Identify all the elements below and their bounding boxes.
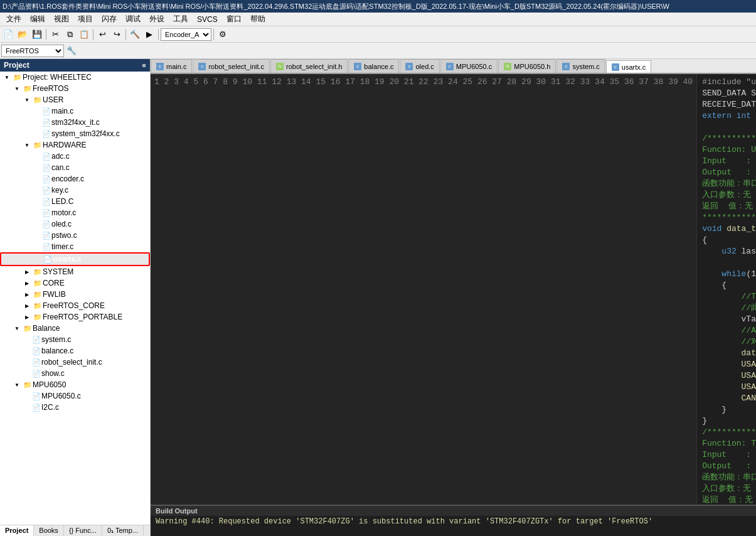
- expand-icon[interactable]: ▼: [13, 380, 21, 389]
- tree-item-timer-c[interactable]: 📄timer.c: [0, 241, 150, 252]
- tab-oled-c[interactable]: coled.c: [400, 59, 439, 73]
- tree-item-system-stm32[interactable]: 📄system_stm32f4xx.c: [0, 128, 150, 139]
- expand-icon[interactable]: ▼: [13, 84, 21, 93]
- copy-btn[interactable]: ⧉: [63, 28, 77, 41]
- toolbar1: 📄 📂 💾 ✂ ⧉ 📋 ↩ ↪ 🔨 ▶ Encoder_A ⚙: [0, 26, 756, 43]
- tree-item-icon: 📄: [41, 106, 51, 116]
- tab-books[interactable]: Books: [34, 525, 64, 536]
- tab-MPU6050-c[interactable]: cMPU6050.c: [440, 59, 498, 73]
- save-btn[interactable]: 💾: [30, 28, 44, 41]
- tree-item-user[interactable]: ▼📁USER: [0, 94, 150, 105]
- tree-item-balance-c[interactable]: 📄balance.c: [0, 345, 150, 356]
- tree-item-icon: 📄: [43, 254, 53, 264]
- encoder-combo[interactable]: Encoder_A: [161, 28, 211, 41]
- menu-帮助[interactable]: 帮助: [247, 13, 269, 26]
- tree-item-i2c-c[interactable]: 📄I2C.c: [0, 402, 150, 413]
- menu-文件[interactable]: 文件: [3, 13, 25, 26]
- tree-item-oled-c[interactable]: 📄oled.c: [0, 218, 150, 230]
- new-btn[interactable]: 📄: [1, 28, 15, 41]
- tree-item-label: FreeRTOS: [33, 84, 150, 93]
- tree-item-hardware[interactable]: ▼📁HARDWARE: [0, 139, 150, 151]
- expand-icon[interactable]: ▶: [23, 290, 31, 299]
- tab-project[interactable]: Project: [0, 525, 34, 536]
- tree-item-pstwo-c[interactable]: 📄pstwo.c: [0, 230, 150, 241]
- tree-item-label: main.c: [51, 107, 150, 115]
- tree-item-freeRTOS-core[interactable]: ▶📁FreeRTOS_CORE: [0, 300, 150, 311]
- tree-item-label: adc.c: [51, 152, 150, 161]
- tab-usartx-c[interactable]: cusartx.c: [606, 60, 652, 74]
- tab-system-c[interactable]: csystem.c: [556, 59, 605, 73]
- tree-item-fwlib[interactable]: ▶📁FWLIB: [0, 289, 150, 300]
- tab-MPU6050-h[interactable]: hMPU6050.h: [498, 59, 556, 73]
- tree-item-freeRTOS[interactable]: ▼📁FreeRTOS: [0, 83, 150, 94]
- tree-item-key-c[interactable]: 📄key.c: [0, 185, 150, 196]
- expand-icon[interactable]: ▶: [23, 279, 31, 287]
- tree-item-led-c[interactable]: 📄LED.C: [0, 196, 150, 207]
- tree-item-core[interactable]: ▶📁CORE: [0, 277, 150, 289]
- tree-item-icon: 📄: [31, 402, 41, 412]
- menu-外设[interactable]: 外设: [146, 13, 168, 26]
- open-btn[interactable]: 📂: [16, 28, 29, 41]
- build-btn[interactable]: 🔨: [128, 28, 142, 41]
- tree-item-can-c[interactable]: 📄can.c: [0, 162, 150, 173]
- tree-item-stm32f4xx-it[interactable]: 📄stm32f4xx_it.c: [0, 117, 150, 128]
- menu-项目[interactable]: 项目: [74, 13, 97, 26]
- tree-item-balance[interactable]: ▼📁Balance: [0, 323, 150, 334]
- debug-btn[interactable]: ▶: [142, 28, 156, 41]
- tree-item-system[interactable]: ▶📁SYSTEM: [0, 266, 150, 277]
- menu-调试[interactable]: 调试: [122, 13, 144, 26]
- menu-bar: 文件编辑视图项目闪存调试外设工具SVCS窗口帮助: [0, 13, 756, 26]
- menu-编辑[interactable]: 编辑: [26, 13, 49, 26]
- tree-item-label: Balance: [33, 324, 150, 333]
- cut-btn[interactable]: ✂: [48, 28, 62, 41]
- menu-SVCS[interactable]: SVCS: [193, 14, 221, 25]
- expand-icon[interactable]: ▼: [23, 95, 31, 104]
- tab-func[interactable]: {} Func...: [64, 525, 102, 536]
- menu-窗口[interactable]: 窗口: [223, 13, 245, 26]
- tree-item-mpu6050-c[interactable]: 📄MPU6050.c: [0, 390, 150, 402]
- settings-btn[interactable]: ⚙: [216, 28, 230, 41]
- expand-icon[interactable]: ▼: [3, 73, 11, 82]
- menu-闪存[interactable]: 闪存: [98, 13, 120, 26]
- tree-item-robot-select-init-c[interactable]: 📄robot_select_init.c: [0, 356, 150, 368]
- tree-item-icon: 📄: [41, 219, 51, 229]
- tree-item-usartx-c[interactable]: 📄usartx.c: [0, 252, 150, 266]
- tree-item-system-c[interactable]: 📄system.c: [0, 334, 150, 345]
- tree-item-icon: 📁: [13, 72, 23, 82]
- tab-temp[interactable]: 0₁ Temp...: [102, 525, 144, 536]
- target-combo[interactable]: FreeRTOS: [1, 45, 64, 57]
- tree-item-show-c[interactable]: 📄show.c: [0, 368, 150, 379]
- menu-工具[interactable]: 工具: [169, 13, 192, 26]
- undo-btn[interactable]: ↩: [95, 28, 109, 41]
- expand-icon[interactable]: ▼: [23, 141, 31, 149]
- tree-item-label: USER: [43, 95, 150, 104]
- tree-item-main-c[interactable]: 📄main.c: [0, 105, 150, 117]
- menu-视图[interactable]: 视图: [50, 13, 73, 26]
- tree-item-freeRTOS-portable[interactable]: ▶📁FreeRTOS_PORTABLE: [0, 311, 150, 323]
- expand-icon[interactable]: ▶: [23, 301, 31, 310]
- tree-item-label: MPU6050.c: [41, 392, 150, 400]
- tab-robot_select_init-c[interactable]: crobot_select_init.c: [193, 59, 270, 73]
- paste-btn[interactable]: 📋: [77, 28, 91, 41]
- redo-btn[interactable]: ↪: [110, 28, 124, 41]
- sep4: [158, 29, 159, 40]
- tab-robot_select_init-h[interactable]: hrobot_select_init.h: [270, 59, 348, 73]
- sidebar-collapse-btn[interactable]: «: [142, 61, 146, 70]
- code-content[interactable]: #include "usartx.h" SEND_DATA Send_Data;…: [697, 74, 756, 505]
- target-settings-btn[interactable]: 🔧: [65, 44, 78, 58]
- tab-main-c[interactable]: cmain.c: [151, 59, 192, 73]
- expand-icon[interactable]: ▶: [23, 313, 31, 321]
- expand-icon[interactable]: ▶: [23, 267, 31, 276]
- code-editor[interactable]: 1 2 3 4 5 6 7 8 9 10 11 12 13 14 15 16 1…: [151, 74, 756, 505]
- tree-item-encoder-c[interactable]: 📄encoder.c: [0, 173, 150, 185]
- tree-item-adc-c[interactable]: 📄adc.c: [0, 151, 150, 162]
- tree-item-mpu6050-group[interactable]: ▼📁MPU6050: [0, 379, 150, 390]
- tree-item-label: HARDWARE: [43, 141, 150, 149]
- tab-label: oled.c: [415, 63, 434, 70]
- build-output-header: Build Output: [151, 506, 756, 516]
- tab-balance-c[interactable]: cbalance.c: [348, 59, 399, 73]
- tree-item-label: pstwo.c: [51, 231, 150, 240]
- expand-icon[interactable]: ▼: [13, 324, 21, 333]
- tree-item-project-root[interactable]: ▼📁Project: WHEELTEC: [0, 72, 150, 83]
- tree-item-motor-c[interactable]: 📄motor.c: [0, 207, 150, 218]
